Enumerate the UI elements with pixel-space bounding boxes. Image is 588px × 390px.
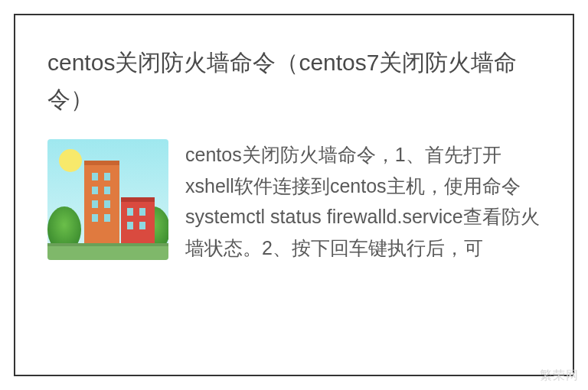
svg-rect-10	[92, 200, 98, 208]
svg-rect-13	[104, 214, 110, 222]
svg-rect-5	[84, 161, 119, 165]
article-title: centos关闭防火墙命令（centos7关闭防火墙命令）	[47, 44, 541, 118]
content-row: centos关闭防火墙命令，1、首先打开xshell软件连接到centos主机，…	[47, 139, 541, 263]
svg-rect-19	[139, 222, 145, 229]
watermark: 繁荣网	[540, 368, 579, 384]
svg-rect-14	[121, 199, 155, 245]
svg-rect-16	[127, 208, 133, 216]
svg-rect-11	[104, 200, 110, 208]
svg-rect-6	[92, 173, 98, 180]
article-body: centos关闭防火墙命令，1、首先打开xshell软件连接到centos主机，…	[185, 139, 541, 263]
svg-rect-17	[139, 208, 145, 216]
svg-rect-12	[92, 214, 98, 222]
svg-rect-9	[104, 187, 110, 194]
svg-point-1	[59, 149, 82, 172]
svg-rect-15	[121, 197, 155, 202]
svg-rect-4	[84, 162, 119, 245]
svg-rect-21	[47, 243, 168, 246]
svg-rect-8	[92, 187, 98, 194]
svg-rect-18	[127, 222, 133, 229]
article-card: centos关闭防火墙命令（centos7关闭防火墙命令）	[14, 14, 574, 376]
article-thumbnail	[47, 139, 168, 260]
svg-rect-7	[104, 173, 110, 180]
